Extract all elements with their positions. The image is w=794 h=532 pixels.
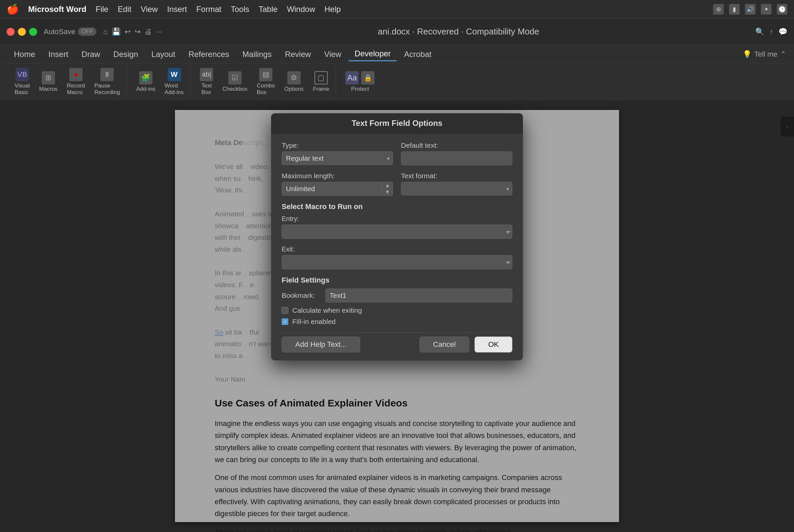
menu-view[interactable]: View [141,5,158,14]
tab-draw[interactable]: Draw [76,48,106,61]
maximize-button[interactable] [29,28,37,36]
default-text-input[interactable] [401,151,512,165]
minimize-button[interactable] [18,28,26,36]
calculate-when-exiting-row[interactable]: Calculate when exiting [282,306,512,315]
max-length-stepper: ▲ ▼ [382,182,393,196]
macros-button[interactable]: ⊞ Macros [35,69,62,94]
tab-home[interactable]: Home [8,48,41,61]
tab-mailings[interactable]: Mailings [237,48,278,61]
text-format-select-wrapper: Uppercase Lowercase First capital Title … [401,182,512,195]
tab-layout[interactable]: Layout [146,48,181,61]
options-button[interactable]: ⚙ Options [280,69,308,94]
entry-macro-label: Entry: [282,215,512,223]
menu-insert[interactable]: Insert [167,5,187,14]
menu-help[interactable]: Help [324,5,341,14]
text-format-select[interactable]: Uppercase Lowercase First capital Title … [401,182,512,195]
visual-basic-label: VisualBasic [15,82,30,96]
word-add-ins-button[interactable]: W WordAdd-ins [161,66,188,98]
max-length-input[interactable] [282,182,382,196]
lock-icon: 🔒 [361,71,375,84]
menu-tools[interactable]: Tools [231,5,249,14]
light-bulb-icon[interactable]: 💡 [743,50,752,59]
calculate-when-exiting-checkbox[interactable] [282,307,288,314]
add-help-text-button[interactable]: Add Help Text... [282,337,360,353]
dialog-overlay: Text Form Field Options Type: Regular te… [0,100,794,532]
entry-macro-section: Entry: ▾ [282,215,512,239]
tab-acrobat[interactable]: Acrobat [398,48,437,61]
redo-icon[interactable]: ↪ [135,27,140,36]
fill-in-enabled-row[interactable]: ✓ Fill-in enabled [282,318,512,326]
default-text-field: Default text: [401,141,512,165]
pause-recording-button[interactable]: ⏸ PauseRecording [91,66,124,98]
search-icon[interactable]: 🔍 [755,27,764,36]
text-box-label: TextBox [202,82,212,96]
bluetooth-icon: ✦ [761,4,772,15]
autosave-toggle[interactable]: AutoSave OFF [44,27,96,36]
close-button[interactable] [7,28,15,36]
add-ins-button[interactable]: 🧩 Add-ins [132,69,159,94]
checkmark-icon: ✓ [283,319,287,324]
type-select[interactable]: Regular text Number Date Current date Cu… [282,151,393,165]
combo-box-button[interactable]: ▤ ComboBox [253,66,279,98]
entry-macro-select[interactable] [282,225,512,239]
more-icon[interactable]: ··· [156,27,162,36]
max-length-decrement[interactable]: ▼ [382,189,393,195]
tell-me-label[interactable]: Tell me [754,50,777,59]
exit-macro-select[interactable] [282,255,512,269]
checkbox-button[interactable]: ☑ Checkbox [219,69,251,94]
print-icon[interactable]: 🖨 [145,27,152,36]
fill-in-enabled-checkbox[interactable]: ✓ [282,318,288,325]
toolbar-group-protect: Aa 🔒 Protect [339,69,381,94]
tab-design[interactable]: Design [107,48,144,61]
frame-icon: ▢ [315,71,328,84]
exit-macro-section: Exit: ▾ [282,245,512,269]
titlebar-quick-actions: ⌂ 💾 ↩ ↪ 🖨 ··· [103,27,162,36]
tab-developer[interactable]: Developer [348,47,397,61]
tab-review[interactable]: Review [279,48,317,61]
document-area: Meta Descript... audience... We've all..… [0,100,794,532]
text-format-field: Text format: Uppercase Lowercase First c… [401,172,512,196]
ribbon-tab-actions: 💡 Tell me ⌃ [743,50,786,59]
options-icon: ⚙ [287,71,301,84]
tab-view[interactable]: View [318,48,347,61]
menu-file[interactable]: File [96,5,109,14]
text-box-button[interactable]: ab| TextBox [196,66,217,98]
frame-button[interactable]: ▢ Frame [309,69,333,94]
ok-button[interactable]: OK [475,337,512,353]
dialog-body: Type: Regular text Number Date Current d… [271,133,523,360]
time-icon: 🕐 [777,4,787,15]
comments-icon[interactable]: 💬 [778,27,787,36]
home-icon[interactable]: ⌂ [103,27,107,36]
checkbox-icon: ☑ [228,71,242,84]
protect-button[interactable]: Aa 🔒 Protect [341,69,378,94]
record-macro-button[interactable]: ● RecordMacro [63,66,89,98]
titlebar-right-actions: 🔍 ↑ 💬 [755,27,787,36]
undo-icon[interactable]: ↩ [125,27,131,36]
bookmark-row: Bookmark: [282,288,512,302]
share-icon[interactable]: ↑ [770,27,773,36]
tab-insert[interactable]: Insert [42,48,74,61]
aa-icon: Aa [345,71,359,84]
visual-basic-button[interactable]: VB VisualBasic [11,66,34,98]
text-form-field-dialog: Text Form Field Options Type: Regular te… [271,113,523,360]
menu-format[interactable]: Format [196,5,221,14]
entry-select-wrapper: ▾ [282,225,512,239]
expand-ribbon-icon[interactable]: ⌃ [780,50,786,59]
calculate-when-exiting-label: Calculate when exiting [292,306,362,315]
wifi-icon: ⊛ [713,4,724,15]
apple-icon[interactable]: 🍎 [7,3,19,15]
toolbar-group-code: VB VisualBasic ⊞ Macros ● RecordMacro ⏸ … [8,66,127,98]
menu-table[interactable]: Table [259,5,277,14]
save-icon[interactable]: 💾 [112,27,120,36]
tab-references[interactable]: References [183,48,235,61]
type-select-wrapper: Regular text Number Date Current date Cu… [282,151,393,165]
menu-edit[interactable]: Edit [118,5,131,14]
cancel-button[interactable]: Cancel [419,337,469,353]
menu-window[interactable]: Window [287,5,315,14]
bookmark-input[interactable] [325,288,512,302]
protect-icons: Aa 🔒 [345,71,375,84]
volume-icon: 🔊 [745,4,756,15]
max-length-label: Maximum length: [282,172,393,180]
word-add-ins-label: WordAdd-ins [165,82,184,96]
max-length-increment[interactable]: ▲ [382,182,393,189]
